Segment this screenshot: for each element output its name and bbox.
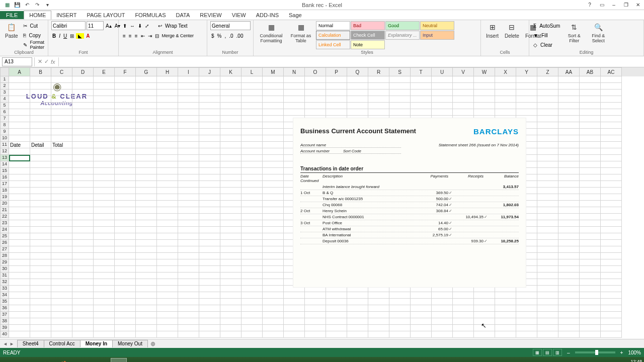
cell[interactable] [30, 148, 51, 155]
cell[interactable] [157, 188, 178, 194]
cell[interactable] [94, 181, 115, 188]
cell[interactable] [453, 83, 474, 89]
cell[interactable] [368, 292, 389, 299]
cell[interactable] [220, 76, 242, 83]
cell[interactable] [115, 181, 136, 188]
cell[interactable] [601, 246, 622, 253]
cell[interactable] [136, 331, 157, 338]
cell[interactable] [326, 103, 347, 109]
cell[interactable] [516, 325, 537, 331]
app-icon-1[interactable]: ◔ [74, 358, 91, 362]
cell[interactable] [115, 318, 136, 325]
cell[interactable] [136, 312, 157, 318]
cell[interactable] [199, 122, 220, 129]
save-icon[interactable]: 💾 [13, 1, 21, 9]
cell[interactable] [30, 155, 51, 161]
cell[interactable] [157, 286, 178, 292]
cell[interactable] [72, 89, 94, 96]
cell[interactable] [199, 273, 220, 279]
style-neutral[interactable]: Neutral [420, 21, 454, 30]
cell[interactable] [178, 89, 199, 96]
cell[interactable] [30, 83, 51, 89]
cell[interactable] [368, 318, 389, 325]
cell[interactable] [389, 109, 411, 116]
cell[interactable] [242, 233, 263, 240]
cell[interactable] [157, 103, 178, 109]
cell[interactable] [72, 331, 94, 338]
cell[interactable] [51, 312, 72, 318]
cell[interactable] [242, 103, 263, 109]
cell[interactable] [242, 142, 263, 148]
cell[interactable] [580, 240, 601, 246]
col-header[interactable]: E [94, 67, 115, 76]
cell[interactable] [9, 266, 30, 273]
cell[interactable] [72, 109, 94, 116]
cell[interactable] [284, 305, 305, 312]
cell[interactable] [580, 253, 601, 259]
cell[interactable] [601, 240, 622, 246]
cell[interactable] [115, 76, 136, 83]
cell[interactable] [263, 103, 284, 109]
cell[interactable] [51, 259, 72, 266]
cell[interactable] [601, 168, 622, 174]
cell[interactable] [94, 286, 115, 292]
cell[interactable] [157, 135, 178, 142]
cell[interactable] [115, 142, 136, 148]
wrap-text-icon[interactable]: ↩ [157, 23, 163, 29]
cell[interactable] [601, 129, 622, 135]
cell[interactable] [51, 174, 72, 181]
cell[interactable] [263, 220, 284, 227]
redo-icon[interactable]: ↷ [33, 1, 41, 9]
cell[interactable] [72, 259, 94, 266]
cell[interactable] [30, 89, 51, 96]
col-header[interactable]: Y [516, 67, 537, 76]
cell[interactable] [136, 148, 157, 155]
cell[interactable] [263, 135, 284, 142]
cell[interactable] [580, 286, 601, 292]
col-header[interactable]: V [453, 67, 474, 76]
cell[interactable] [263, 168, 284, 174]
cell[interactable] [601, 122, 622, 129]
cell[interactable] [199, 135, 220, 142]
cell[interactable] [411, 96, 432, 103]
cell[interactable] [389, 305, 411, 312]
cell[interactable] [115, 259, 136, 266]
cell[interactable] [72, 220, 94, 227]
spreadsheet-grid[interactable]: ABCDEFGHIJKLMNOPQRSTUVWXYZAAABAC 1234567… [0, 67, 644, 339]
cell[interactable] [9, 188, 30, 194]
cell[interactable] [558, 286, 580, 292]
cell[interactable] [284, 299, 305, 305]
cell[interactable] [516, 305, 537, 312]
cell[interactable] [51, 246, 72, 253]
cell[interactable] [558, 129, 580, 135]
cell[interactable] [136, 253, 157, 259]
cell[interactable] [115, 148, 136, 155]
cell[interactable] [558, 292, 580, 299]
cell[interactable] [263, 148, 284, 155]
cell[interactable] [326, 312, 347, 318]
sheet-tab[interactable]: Money In [80, 340, 113, 347]
cell[interactable] [220, 259, 242, 266]
cell[interactable] [537, 83, 558, 89]
cell[interactable] [601, 273, 622, 279]
cell[interactable] [558, 161, 580, 168]
col-header[interactable]: D [72, 67, 94, 76]
cell[interactable] [389, 312, 411, 318]
row-header[interactable]: 40 [0, 331, 9, 338]
cell[interactable] [136, 89, 157, 96]
cell[interactable] [115, 325, 136, 331]
cell[interactable] [411, 83, 432, 89]
align-right-icon[interactable]: ≡ [134, 33, 139, 39]
underline-button[interactable]: U [62, 33, 68, 39]
cell[interactable] [474, 318, 495, 325]
cell[interactable] [30, 318, 51, 325]
row-header[interactable]: 35 [0, 299, 9, 305]
cell[interactable] [30, 201, 51, 207]
cell[interactable] [157, 194, 178, 201]
cell[interactable] [199, 181, 220, 188]
cell[interactable] [178, 122, 199, 129]
cell[interactable] [580, 312, 601, 318]
cell[interactable] [558, 168, 580, 174]
cell[interactable] [94, 318, 115, 325]
cell[interactable] [474, 305, 495, 312]
